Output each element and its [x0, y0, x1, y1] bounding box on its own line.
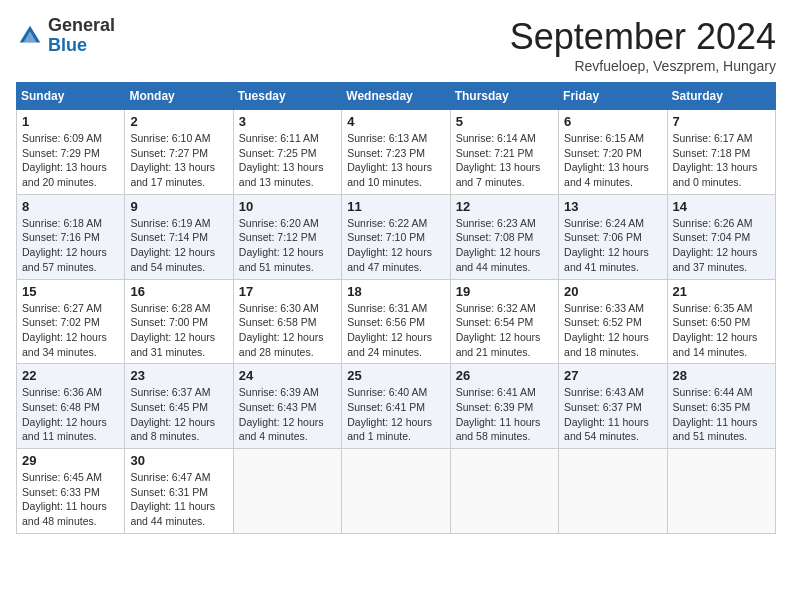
header-sunday: Sunday	[17, 83, 125, 110]
day-info: Sunrise: 6:39 AMSunset: 6:43 PMDaylight:…	[239, 385, 336, 444]
day-number: 10	[239, 199, 336, 214]
day-info: Sunrise: 6:40 AMSunset: 6:41 PMDaylight:…	[347, 385, 444, 444]
day-info: Sunrise: 6:33 AMSunset: 6:52 PMDaylight:…	[564, 301, 661, 360]
day-number: 23	[130, 368, 227, 383]
calendar-cell: 22Sunrise: 6:36 AMSunset: 6:48 PMDayligh…	[17, 364, 125, 449]
day-info: Sunrise: 6:13 AMSunset: 7:23 PMDaylight:…	[347, 131, 444, 190]
calendar-cell: 24Sunrise: 6:39 AMSunset: 6:43 PMDayligh…	[233, 364, 341, 449]
day-number: 26	[456, 368, 553, 383]
header-friday: Friday	[559, 83, 667, 110]
week-row-1: 1Sunrise: 6:09 AMSunset: 7:29 PMDaylight…	[17, 110, 776, 195]
day-number: 1	[22, 114, 119, 129]
calendar-cell: 11Sunrise: 6:22 AMSunset: 7:10 PMDayligh…	[342, 194, 450, 279]
header-wednesday: Wednesday	[342, 83, 450, 110]
day-number: 5	[456, 114, 553, 129]
day-number: 8	[22, 199, 119, 214]
day-info: Sunrise: 6:36 AMSunset: 6:48 PMDaylight:…	[22, 385, 119, 444]
day-info: Sunrise: 6:47 AMSunset: 6:31 PMDaylight:…	[130, 470, 227, 529]
day-info: Sunrise: 6:14 AMSunset: 7:21 PMDaylight:…	[456, 131, 553, 190]
calendar-cell	[559, 449, 667, 534]
day-number: 11	[347, 199, 444, 214]
day-info: Sunrise: 6:44 AMSunset: 6:35 PMDaylight:…	[673, 385, 770, 444]
day-number: 22	[22, 368, 119, 383]
calendar-cell: 19Sunrise: 6:32 AMSunset: 6:54 PMDayligh…	[450, 279, 558, 364]
day-info: Sunrise: 6:41 AMSunset: 6:39 PMDaylight:…	[456, 385, 553, 444]
calendar-cell: 5Sunrise: 6:14 AMSunset: 7:21 PMDaylight…	[450, 110, 558, 195]
day-info: Sunrise: 6:32 AMSunset: 6:54 PMDaylight:…	[456, 301, 553, 360]
day-info: Sunrise: 6:19 AMSunset: 7:14 PMDaylight:…	[130, 216, 227, 275]
calendar-table: SundayMondayTuesdayWednesdayThursdayFrid…	[16, 82, 776, 534]
day-number: 19	[456, 284, 553, 299]
calendar-cell: 16Sunrise: 6:28 AMSunset: 7:00 PMDayligh…	[125, 279, 233, 364]
week-row-5: 29Sunrise: 6:45 AMSunset: 6:33 PMDayligh…	[17, 449, 776, 534]
day-number: 21	[673, 284, 770, 299]
day-number: 24	[239, 368, 336, 383]
calendar-cell	[667, 449, 775, 534]
calendar-cell	[233, 449, 341, 534]
day-number: 6	[564, 114, 661, 129]
day-number: 15	[22, 284, 119, 299]
week-row-3: 15Sunrise: 6:27 AMSunset: 7:02 PMDayligh…	[17, 279, 776, 364]
day-number: 16	[130, 284, 227, 299]
calendar-cell: 18Sunrise: 6:31 AMSunset: 6:56 PMDayligh…	[342, 279, 450, 364]
calendar-cell: 30Sunrise: 6:47 AMSunset: 6:31 PMDayligh…	[125, 449, 233, 534]
calendar-cell: 23Sunrise: 6:37 AMSunset: 6:45 PMDayligh…	[125, 364, 233, 449]
calendar-cell: 27Sunrise: 6:43 AMSunset: 6:37 PMDayligh…	[559, 364, 667, 449]
day-info: Sunrise: 6:18 AMSunset: 7:16 PMDaylight:…	[22, 216, 119, 275]
calendar-cell: 29Sunrise: 6:45 AMSunset: 6:33 PMDayligh…	[17, 449, 125, 534]
header-saturday: Saturday	[667, 83, 775, 110]
calendar-cell: 17Sunrise: 6:30 AMSunset: 6:58 PMDayligh…	[233, 279, 341, 364]
calendar-cell: 10Sunrise: 6:20 AMSunset: 7:12 PMDayligh…	[233, 194, 341, 279]
day-number: 25	[347, 368, 444, 383]
calendar-cell: 13Sunrise: 6:24 AMSunset: 7:06 PMDayligh…	[559, 194, 667, 279]
day-info: Sunrise: 6:09 AMSunset: 7:29 PMDaylight:…	[22, 131, 119, 190]
day-number: 30	[130, 453, 227, 468]
day-number: 27	[564, 368, 661, 383]
day-info: Sunrise: 6:43 AMSunset: 6:37 PMDaylight:…	[564, 385, 661, 444]
calendar-cell: 6Sunrise: 6:15 AMSunset: 7:20 PMDaylight…	[559, 110, 667, 195]
logo-icon	[16, 22, 44, 50]
header-thursday: Thursday	[450, 83, 558, 110]
calendar-cell: 7Sunrise: 6:17 AMSunset: 7:18 PMDaylight…	[667, 110, 775, 195]
day-info: Sunrise: 6:28 AMSunset: 7:00 PMDaylight:…	[130, 301, 227, 360]
title-block: September 2024 Revfueloep, Veszprem, Hun…	[510, 16, 776, 74]
calendar-cell: 25Sunrise: 6:40 AMSunset: 6:41 PMDayligh…	[342, 364, 450, 449]
header-monday: Monday	[125, 83, 233, 110]
day-number: 9	[130, 199, 227, 214]
day-info: Sunrise: 6:45 AMSunset: 6:33 PMDaylight:…	[22, 470, 119, 529]
day-info: Sunrise: 6:22 AMSunset: 7:10 PMDaylight:…	[347, 216, 444, 275]
day-number: 13	[564, 199, 661, 214]
calendar-cell: 3Sunrise: 6:11 AMSunset: 7:25 PMDaylight…	[233, 110, 341, 195]
day-info: Sunrise: 6:31 AMSunset: 6:56 PMDaylight:…	[347, 301, 444, 360]
calendar-cell: 20Sunrise: 6:33 AMSunset: 6:52 PMDayligh…	[559, 279, 667, 364]
day-number: 3	[239, 114, 336, 129]
day-info: Sunrise: 6:37 AMSunset: 6:45 PMDaylight:…	[130, 385, 227, 444]
day-info: Sunrise: 6:24 AMSunset: 7:06 PMDaylight:…	[564, 216, 661, 275]
day-info: Sunrise: 6:30 AMSunset: 6:58 PMDaylight:…	[239, 301, 336, 360]
month-title: September 2024	[510, 16, 776, 58]
header-tuesday: Tuesday	[233, 83, 341, 110]
day-info: Sunrise: 6:20 AMSunset: 7:12 PMDaylight:…	[239, 216, 336, 275]
calendar-cell: 28Sunrise: 6:44 AMSunset: 6:35 PMDayligh…	[667, 364, 775, 449]
calendar-cell: 12Sunrise: 6:23 AMSunset: 7:08 PMDayligh…	[450, 194, 558, 279]
day-number: 7	[673, 114, 770, 129]
calendar-cell: 26Sunrise: 6:41 AMSunset: 6:39 PMDayligh…	[450, 364, 558, 449]
day-info: Sunrise: 6:15 AMSunset: 7:20 PMDaylight:…	[564, 131, 661, 190]
day-info: Sunrise: 6:23 AMSunset: 7:08 PMDaylight:…	[456, 216, 553, 275]
day-number: 20	[564, 284, 661, 299]
day-number: 17	[239, 284, 336, 299]
calendar-cell: 1Sunrise: 6:09 AMSunset: 7:29 PMDaylight…	[17, 110, 125, 195]
calendar-cell: 15Sunrise: 6:27 AMSunset: 7:02 PMDayligh…	[17, 279, 125, 364]
calendar-cell: 8Sunrise: 6:18 AMSunset: 7:16 PMDaylight…	[17, 194, 125, 279]
day-number: 28	[673, 368, 770, 383]
calendar-cell: 21Sunrise: 6:35 AMSunset: 6:50 PMDayligh…	[667, 279, 775, 364]
calendar-cell: 14Sunrise: 6:26 AMSunset: 7:04 PMDayligh…	[667, 194, 775, 279]
calendar-cell	[450, 449, 558, 534]
calendar-cell	[342, 449, 450, 534]
page-header: General Blue September 2024 Revfueloep, …	[16, 16, 776, 74]
calendar-cell: 9Sunrise: 6:19 AMSunset: 7:14 PMDaylight…	[125, 194, 233, 279]
week-row-4: 22Sunrise: 6:36 AMSunset: 6:48 PMDayligh…	[17, 364, 776, 449]
day-info: Sunrise: 6:17 AMSunset: 7:18 PMDaylight:…	[673, 131, 770, 190]
day-info: Sunrise: 6:11 AMSunset: 7:25 PMDaylight:…	[239, 131, 336, 190]
week-row-2: 8Sunrise: 6:18 AMSunset: 7:16 PMDaylight…	[17, 194, 776, 279]
